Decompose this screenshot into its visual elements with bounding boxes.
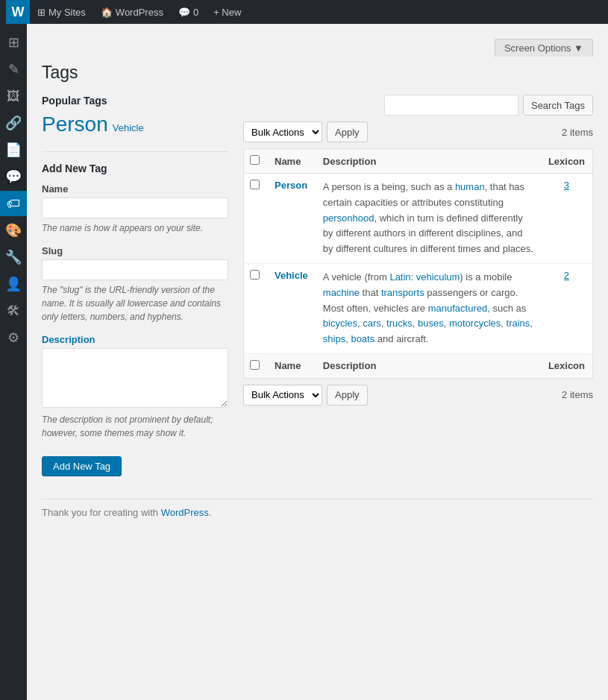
description-person-text: A person is a being, such as a human, th… (323, 181, 533, 254)
name-label: Name (42, 183, 228, 195)
screen-options-bar: Screen Options ▼ (42, 39, 593, 57)
description-textarea[interactable] (42, 348, 228, 408)
home-icon: 🏠 (101, 7, 113, 18)
slug-field-group: Slug The "slug" is the URL-friendly vers… (42, 245, 228, 324)
description-vehicle-text: A vehicle (from Latin: vehiculum) is a m… (323, 271, 533, 344)
header-name[interactable]: Name (267, 149, 316, 174)
description-field-group: Description The description is not promi… (42, 334, 228, 440)
admin-bar-wordpress[interactable]: 🏠 WordPress (93, 0, 171, 24)
table-row: Person A person is a being, such as a hu… (244, 174, 593, 264)
table-footer-header-row: Name Description Lexicon (244, 353, 593, 378)
desc-link-cars[interactable]: cars (363, 318, 381, 329)
footer-header-checkbox-cell (244, 353, 268, 378)
name-input[interactable] (42, 198, 228, 218)
add-new-tag-button[interactable]: Add New Tag (42, 456, 122, 476)
footer-header-lexicon: Lexicon (541, 353, 593, 378)
row-description-person: A person is a being, such as a human, th… (316, 174, 541, 264)
desc-link-human[interactable]: human (455, 181, 485, 192)
screen-options-button[interactable]: Screen Options ▼ (495, 39, 593, 57)
admin-bar-my-sites[interactable]: ⊞ My Sites (30, 0, 93, 24)
sidebar-item-settings[interactable]: ⚙ (0, 325, 27, 350)
desc-link-personhood[interactable]: personhood (323, 212, 374, 224)
description-hint: The description is not prominent by defa… (42, 413, 228, 440)
desc-link-trains[interactable]: trains (507, 318, 530, 329)
slug-input[interactable] (42, 259, 228, 280)
admin-bar-new[interactable]: + New (206, 0, 248, 24)
name-field-group: Name The name is how it appears on your … (42, 183, 228, 235)
content-area: Popular Tags PersonVehicle Add New Tag N… (42, 95, 593, 476)
select-all-checkbox-bottom[interactable] (250, 360, 260, 370)
footer-header-name[interactable]: Name (267, 353, 316, 378)
sidebar-item-users[interactable]: 👤 (0, 271, 27, 297)
popular-tag-person[interactable]: Person (42, 113, 108, 136)
admin-bar: W ⊞ My Sites 🏠 WordPress 💬 0 + New (0, 0, 608, 24)
sidebar-item-appearance[interactable]: 🎨 (0, 218, 27, 243)
sidebar: ⊞ ✎ 🖼 🔗 📄 💬 🏷 🎨 🔧 👤 🛠 ⚙ (0, 24, 27, 700)
desc-link-trucks[interactable]: trucks (386, 318, 413, 329)
row-lexicon-person: 3 (541, 174, 593, 264)
tag-link-person[interactable]: Person (275, 180, 307, 191)
bulk-actions-bottom-select[interactable]: Bulk Actions Delete (243, 385, 322, 406)
desc-link-manufactured[interactable]: manufactured (428, 303, 488, 314)
add-new-tag-section: Add New Tag Name The name is how it appe… (42, 151, 228, 476)
desc-link-machine[interactable]: machine (323, 287, 360, 298)
new-label: + New (213, 7, 241, 18)
header-lexicon: Lexicon (541, 149, 593, 174)
popular-tag-vehicle[interactable]: Vehicle (113, 122, 144, 133)
footer-link[interactable]: WordPress (161, 507, 209, 518)
sidebar-item-plugins[interactable]: 🔧 (0, 245, 27, 270)
row-checkbox-vehicle[interactable] (250, 270, 260, 280)
search-input[interactable] (384, 95, 518, 116)
popular-tags-title: Popular Tags (42, 95, 228, 107)
row-lexicon-vehicle: 2 (541, 263, 593, 353)
page-title: Tags (42, 63, 593, 83)
lexicon-count-vehicle[interactable]: 2 (564, 270, 569, 281)
sidebar-item-pages[interactable]: 📄 (0, 137, 27, 163)
sidebar-item-dashboard[interactable]: ⊞ (0, 30, 27, 55)
header-checkbox-cell (244, 149, 268, 174)
footer-header-description: Description (316, 353, 541, 378)
search-bar: Search Tags (384, 95, 593, 116)
wp-logo[interactable]: W (6, 0, 30, 24)
lexicon-count-person[interactable]: 3 (564, 180, 569, 191)
my-sites-label: My Sites (48, 7, 86, 18)
select-all-checkbox[interactable] (250, 155, 260, 165)
desc-link-boats[interactable]: boats (351, 333, 374, 344)
tag-link-vehicle[interactable]: Vehicle (275, 270, 308, 281)
row-description-vehicle: A vehicle (from Latin: vehiculum) is a m… (316, 263, 541, 353)
search-tags-button[interactable]: Search Tags (523, 95, 593, 116)
desc-link-latin[interactable]: Latin: vehiculum (389, 271, 460, 283)
desc-link-buses[interactable]: buses (418, 318, 444, 329)
row-checkbox-person[interactable] (250, 180, 260, 189)
row-checkbox-cell (244, 263, 268, 353)
header-description: Description (316, 149, 541, 174)
right-panel: Search Tags Bulk Actions Delete Apply 2 … (243, 95, 593, 476)
sidebar-item-tags[interactable]: 🏷 (0, 191, 27, 216)
popular-tags-list: PersonVehicle (42, 113, 228, 136)
footer: Thank you for creating with WordPress. (42, 499, 593, 518)
bulk-actions-top-bar: Bulk Actions Delete Apply 2 items (243, 122, 593, 142)
popular-tags-section: Popular Tags PersonVehicle (42, 95, 228, 136)
sidebar-item-links[interactable]: 🔗 (0, 110, 27, 136)
description-label: Description (42, 334, 228, 345)
table-header-row: Name Description Lexicon (244, 149, 593, 174)
desc-link-ships[interactable]: ships (323, 333, 345, 344)
desc-link-bicycles[interactable]: bicycles (323, 318, 357, 329)
apply-top-button[interactable]: Apply (327, 122, 368, 142)
desc-link-motorcycles[interactable]: motorcycles (449, 318, 501, 329)
admin-bar-comments[interactable]: 💬 0 (171, 0, 206, 24)
apply-bottom-button[interactable]: Apply (327, 385, 368, 406)
comments-icon: 💬 (178, 7, 190, 18)
sidebar-item-comments[interactable]: 💬 (0, 164, 27, 189)
desc-link-transports[interactable]: transports (381, 287, 424, 298)
main-content: Screen Options ▼ Tags Popular Tags Perso… (27, 24, 608, 700)
sidebar-item-posts[interactable]: ✎ (0, 57, 27, 82)
bulk-actions-top-select[interactable]: Bulk Actions Delete (243, 122, 322, 142)
sidebar-item-media[interactable]: 🖼 (0, 83, 27, 109)
left-panel: Popular Tags PersonVehicle Add New Tag N… (42, 95, 228, 476)
sidebar-item-tools[interactable]: 🛠 (0, 298, 27, 324)
wordpress-label: WordPress (116, 7, 163, 18)
tags-table: Name Description Lexicon Person (243, 148, 593, 379)
my-sites-icon: ⊞ (37, 7, 46, 18)
row-name-person: Person (267, 174, 316, 264)
